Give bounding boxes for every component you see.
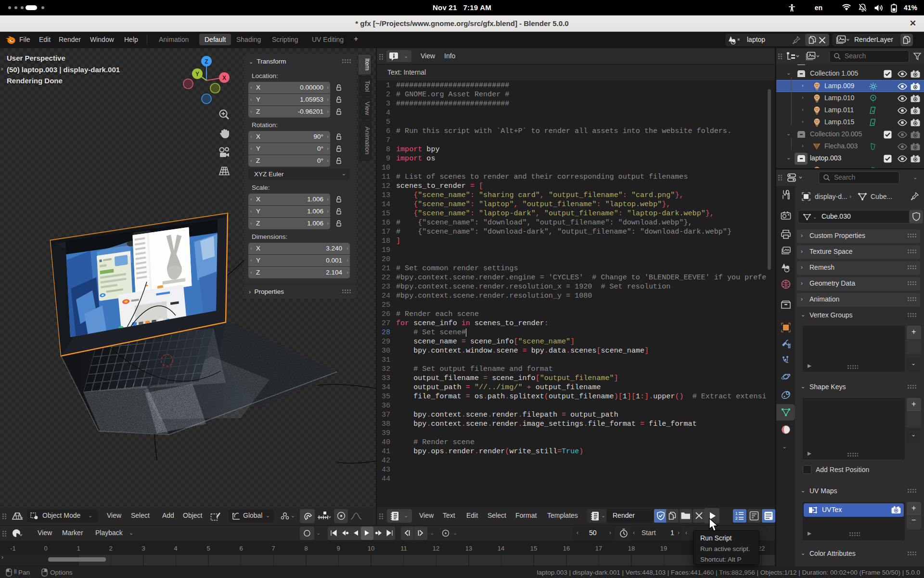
svg-text:Y: Y — [195, 71, 199, 78]
svg-text:Z: Z — [205, 58, 208, 65]
svg-text:X: X — [222, 75, 226, 81]
svg-text:2: 2 — [735, 516, 738, 521]
svg-text:1: 1 — [735, 511, 738, 516]
